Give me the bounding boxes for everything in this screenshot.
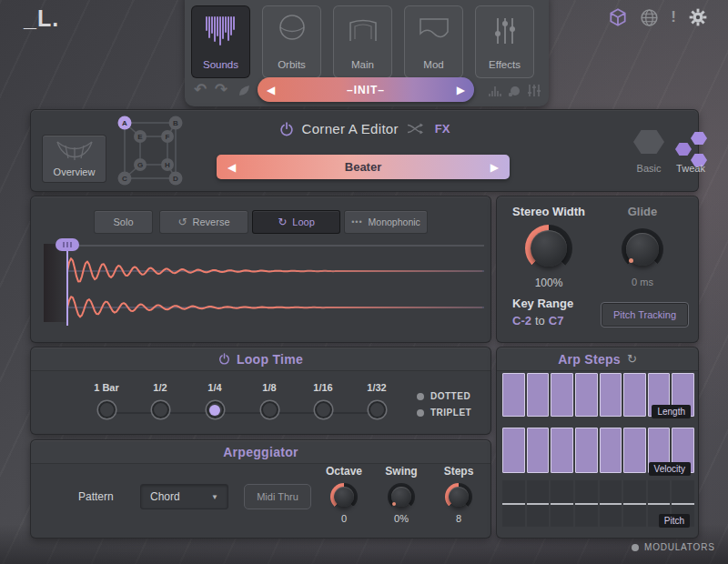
preset-name: –INIT– — [347, 84, 385, 96]
arp-steps-header: Arp Steps ↻ — [497, 347, 698, 371]
tab-sounds[interactable]: Sounds — [191, 5, 250, 78]
glide-knob[interactable] — [622, 228, 663, 270]
loop-time-option-half[interactable]: 1/2 — [137, 382, 183, 418]
analyzer-icon[interactable] — [488, 85, 502, 97]
pitch-step-cell[interactable] — [575, 480, 598, 527]
globe-icon[interactable] — [640, 8, 659, 27]
swing-knob[interactable] — [388, 483, 415, 510]
step-bar[interactable] — [502, 373, 525, 417]
knob-body — [334, 487, 354, 507]
step-bar[interactable] — [551, 373, 573, 417]
step-bar[interactable] — [527, 373, 550, 417]
step-bar[interactable] — [623, 373, 646, 417]
cube-icon[interactable] — [608, 7, 628, 27]
tweak-hex-2[interactable] — [675, 142, 692, 156]
pattern-value: Chord — [150, 490, 180, 503]
step-bar[interactable] — [575, 373, 598, 417]
radio-button[interactable] — [207, 401, 224, 418]
mod-icon — [414, 14, 454, 52]
pitch-tracking-button[interactable]: Pitch Tracking — [601, 302, 689, 327]
layer-next-arrow[interactable]: ▶ — [490, 162, 499, 173]
pitch-step-cell[interactable] — [623, 480, 646, 527]
scope-icon[interactable] — [508, 85, 521, 97]
octave-label: Octave — [312, 465, 376, 478]
loop-time-option-eighth[interactable]: 1/8 — [247, 382, 292, 418]
loop-button[interactable]: ↻ Loop — [252, 210, 340, 234]
overview-button[interactable]: Overview — [42, 135, 106, 183]
basic-mode-label: Basic — [626, 163, 672, 174]
layer-preset-selector: ◀ Beater ▶ — [217, 155, 510, 179]
arpeggiator-header: Arpeggiator — [31, 440, 490, 464]
alert-icon[interactable]: ! — [671, 8, 676, 26]
key-range-low[interactable]: C-2 — [512, 314, 531, 327]
radio-button[interactable] — [369, 401, 386, 418]
knob-min-dot — [629, 258, 633, 263]
preset-prev-arrow[interactable]: ◀ — [267, 85, 275, 96]
midi-thru-button[interactable]: Midi Thru — [244, 484, 311, 509]
pattern-dropdown[interactable]: Chord ▼ — [140, 484, 228, 509]
tweak-mode-label: Tweak — [668, 163, 713, 174]
reverse-label: Reverse — [193, 217, 230, 227]
tab-effects[interactable]: Effects — [475, 5, 534, 78]
tab-label: Effects — [489, 59, 521, 70]
steps-knob[interactable] — [445, 483, 472, 510]
mixer-icon[interactable] — [527, 84, 541, 97]
radio-button[interactable] — [315, 401, 332, 418]
power-icon[interactable] — [279, 122, 294, 136]
pitch-step-cell[interactable] — [502, 480, 525, 527]
loop-time-panel: Loop Time 1 Bar 1/2 1/4 1/8 1/16 1/32 DO… — [30, 347, 491, 435]
step-bar[interactable] — [600, 428, 622, 473]
tab-orbits[interactable]: Orbits — [262, 5, 321, 78]
radio-button[interactable] — [152, 401, 169, 418]
loop-time-option-quarter[interactable]: 1/4 — [192, 382, 238, 418]
refresh-icon[interactable]: ↻ — [627, 352, 637, 366]
key-range-high[interactable]: C7 — [549, 314, 564, 327]
redo-icon[interactable]: ↷ — [215, 80, 228, 99]
dotted-toggle[interactable]: DOTTED — [417, 391, 470, 401]
step-bar[interactable] — [551, 428, 573, 473]
key-range-values[interactable]: C-2toC7 — [512, 314, 563, 327]
monophonic-label: Monophonic — [369, 217, 420, 227]
step-bar[interactable] — [527, 428, 550, 473]
radio-button[interactable] — [98, 401, 116, 418]
step-bar[interactable] — [502, 428, 525, 473]
step-bar[interactable] — [623, 428, 646, 473]
radio-button[interactable] — [261, 401, 278, 418]
compare-icon[interactable] — [238, 84, 251, 97]
playhead-handle[interactable] — [56, 238, 79, 251]
preset-next-arrow[interactable]: ▶ — [457, 85, 465, 96]
arp-steps-title: Arp Steps — [558, 352, 621, 367]
editor-title: Corner A Editor — [302, 121, 399, 136]
waveform-display[interactable] — [36, 235, 488, 342]
stereo-width-knob[interactable] — [525, 225, 572, 272]
octave-knob[interactable] — [330, 483, 358, 510]
tab-main[interactable]: Main — [333, 5, 392, 78]
reverse-button[interactable]: ↺ Reverse — [159, 210, 248, 234]
loop-time-option-1bar[interactable]: 1 Bar — [84, 382, 129, 418]
undo-icon[interactable]: ↶ — [194, 80, 207, 99]
main-icon — [343, 14, 383, 52]
fx-toggle[interactable]: FX — [435, 122, 450, 136]
solo-button[interactable]: Solo — [94, 210, 153, 234]
monophonic-button[interactable]: ••• Monophonic — [344, 210, 428, 234]
triplet-toggle[interactable]: TRIPLET — [417, 408, 471, 418]
pitch-step-cell[interactable] — [551, 480, 573, 527]
dotted-indicator — [417, 393, 424, 400]
pitch-step-cell[interactable] — [600, 480, 622, 527]
velocity-badge: Velocity — [649, 462, 691, 476]
step-bar[interactable] — [575, 428, 598, 473]
loop-time-header: Loop Time — [31, 347, 490, 371]
shuffle-icon[interactable] — [407, 123, 423, 135]
loop-time-option-sixteenth[interactable]: 1/16 — [300, 382, 346, 418]
steps-value: 8 — [427, 513, 490, 524]
modulators-toggle[interactable]: MODULATORS — [632, 542, 715, 552]
loop-time-power-icon[interactable] — [218, 353, 230, 365]
page-tabs: Sounds Orbits Main Mod Effects — [191, 5, 534, 78]
svg-text:C: C — [122, 175, 127, 183]
step-bar[interactable] — [600, 373, 622, 417]
tab-mod[interactable]: Mod — [404, 5, 463, 78]
loop-time-option-thirtysecond[interactable]: 1/32 — [354, 382, 399, 418]
layer-prev-arrow[interactable]: ◀ — [228, 162, 236, 173]
gear-icon[interactable] — [688, 7, 708, 27]
pitch-step-cell[interactable] — [527, 480, 550, 527]
